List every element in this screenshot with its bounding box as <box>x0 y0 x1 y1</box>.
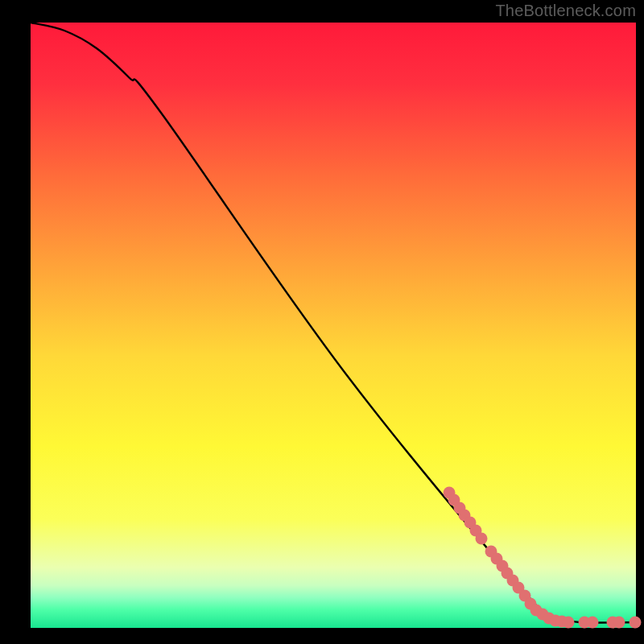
chart-plot <box>0 0 644 644</box>
data-point <box>563 617 575 629</box>
chart-container: TheBottleneck.com <box>0 0 644 644</box>
data-point <box>476 533 488 545</box>
data-point <box>587 617 599 629</box>
plot-background <box>31 23 636 628</box>
watermark-text: TheBottleneck.com <box>495 2 636 20</box>
data-point <box>630 617 642 629</box>
data-point <box>613 617 625 629</box>
